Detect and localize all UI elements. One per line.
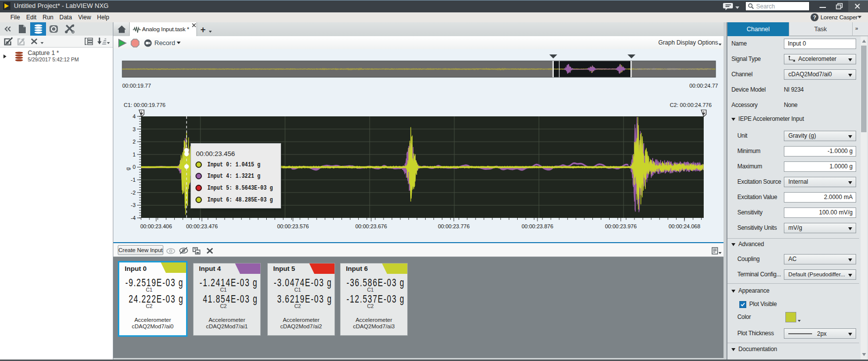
svg-text:00:00:23.406: 00:00:23.406 xyxy=(140,223,172,229)
svg-text:2: 2 xyxy=(133,139,136,145)
svg-text:00:00:24.77: 00:00:24.77 xyxy=(689,83,718,89)
svg-text:-2: -2 xyxy=(131,190,136,196)
svg-text:00:00:23.476: 00:00:23.476 xyxy=(186,223,218,229)
svg-text:00:00:23.676: 00:00:23.676 xyxy=(355,223,387,229)
svg-text:00:00:24.068: 00:00:24.068 xyxy=(669,223,700,229)
svg-text:-3: -3 xyxy=(131,202,136,208)
svg-text:C1: 00:00:19.776: C1: 00:00:19.776 xyxy=(124,102,165,108)
svg-text:1: 1 xyxy=(133,152,136,157)
svg-text:00:00:23.876: 00:00:23.876 xyxy=(522,223,553,229)
svg-text:4: 4 xyxy=(133,113,136,119)
svg-text:00:00:23.776: 00:00:23.776 xyxy=(438,223,470,229)
svg-text:-1: -1 xyxy=(131,177,136,183)
svg-text:0: 0 xyxy=(133,164,136,170)
svg-text:g: g xyxy=(125,167,131,170)
svg-text:00:00:23.976: 00:00:23.976 xyxy=(605,223,636,229)
svg-text:-4: -4 xyxy=(131,215,136,221)
svg-text:C2: 00:00:24.776: C2: 00:00:24.776 xyxy=(670,102,712,108)
svg-text:3: 3 xyxy=(133,126,136,132)
svg-text:00:00:19.77: 00:00:19.77 xyxy=(122,83,151,89)
svg-text:00:00:23.576: 00:00:23.576 xyxy=(277,223,309,229)
